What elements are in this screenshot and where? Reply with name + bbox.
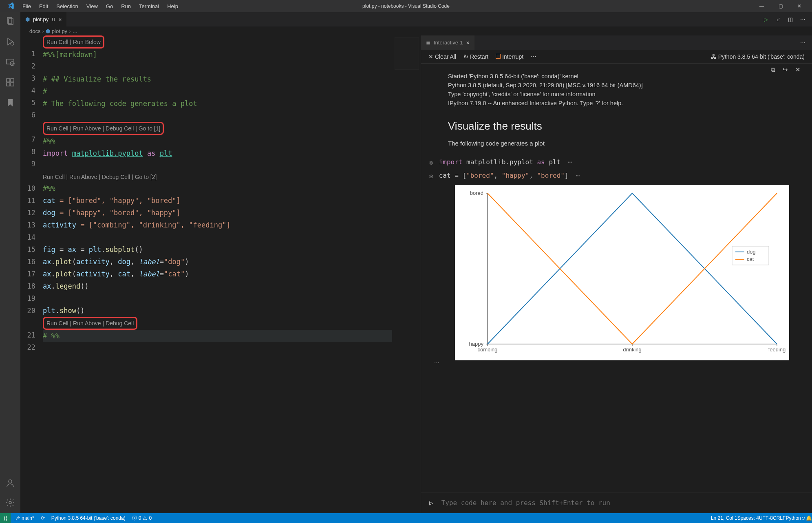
kernel-selector[interactable]: 🖧 Python 3.8.5 64-bit ('base': conda) (711, 53, 805, 60)
code-line: #%% (43, 137, 55, 145)
menu-terminal[interactable]: Terminal (135, 2, 163, 11)
extensions-icon[interactable] (4, 77, 16, 88)
remote-indicator[interactable]: ⟩⟨ (0, 513, 11, 523)
explorer-icon[interactable] (4, 15, 16, 27)
markdown-output: Visualize the results The following code… (448, 120, 800, 147)
notifications-icon[interactable]: 🔔 (806, 515, 812, 521)
line-gutter: 123456 789 1011121314151617181920 2122 (20, 35, 43, 513)
code-line: #%% (43, 184, 55, 192)
tab-close-icon[interactable]: × (466, 40, 470, 46)
tab-plot-py[interactable]: ⬢ plot.py U × (20, 12, 67, 26)
svg-rect-7 (11, 83, 14, 86)
close-button[interactable]: ✕ (790, 0, 809, 12)
minimap[interactable] (395, 37, 419, 70)
tab-interactive[interactable]: ≣ Interactive-1 × (421, 35, 475, 50)
code-line: # %% (43, 330, 392, 342)
svg-point-9 (9, 480, 12, 483)
more-actions-icon[interactable]: ⋯ (800, 40, 805, 46)
codelens-run-cell[interactable]: Run Cell | Run Above | Debug Cell (43, 317, 137, 330)
interrupt-button[interactable]: Interrupt (496, 53, 523, 60)
git-compare-icon[interactable]: ⭹ (775, 16, 781, 22)
svg-text:drinking: drinking (623, 346, 642, 353)
vscode-logo-icon (7, 2, 15, 10)
execute-icon[interactable]: ▷ (429, 499, 433, 507)
bookmark-icon[interactable] (4, 97, 16, 108)
code-line: # ## Visualize the results (43, 75, 151, 83)
menu-edit[interactable]: Edit (35, 2, 52, 11)
menu-selection[interactable]: Selection (53, 2, 82, 11)
more-actions-icon[interactable]: ⋯ (800, 16, 805, 22)
interactive-icon: ≣ (426, 40, 430, 46)
codelens-run-cell[interactable]: Run Cell | Run Above | Debug Cell | Go t… (43, 172, 392, 182)
status-language[interactable]: Python (786, 515, 801, 521)
code-line: ax.legend() (43, 280, 392, 292)
executed-cell[interactable]: ❄ import matplotlib.pyplot as plt⋯ (429, 158, 800, 167)
collapse-icon[interactable]: ❄ (429, 159, 433, 167)
svg-point-10 (9, 501, 11, 504)
breadcrumb[interactable]: docs › ⬢ plot.py › … (20, 26, 812, 35)
main-menu: File Edit Selection View Go Run Terminal… (19, 2, 182, 11)
goto-code-icon[interactable]: ↪ (783, 66, 788, 73)
activity-bar (0, 12, 20, 513)
interactive-input[interactable]: ▷ Type code here and press Shift+Enter t… (421, 492, 812, 513)
title-bar: File Edit Selection View Go Run Terminal… (0, 0, 812, 12)
status-problems[interactable]: ⓧ 0 ⚠ 0 (129, 513, 155, 523)
codelens-run-cell[interactable]: Run Cell | Run Below (43, 35, 104, 49)
tab-close-icon[interactable]: × (58, 16, 62, 23)
svg-text:bored: bored (470, 190, 483, 196)
status-cursor[interactable]: Ln 21, Col 1 (711, 515, 737, 521)
status-interpreter[interactable]: Python 3.8.5 64-bit ('base': conda) (48, 513, 129, 523)
collapse-icon[interactable]: ❄ (429, 172, 433, 180)
svg-text:combing: combing (477, 346, 497, 353)
plot-more-icon[interactable]: ⋯ (434, 360, 439, 366)
svg-rect-1 (9, 19, 13, 24)
code-line: import matplotlib.pyplot as plt (43, 147, 392, 159)
breadcrumb-item[interactable]: docs (29, 28, 40, 34)
codelens-run-cell[interactable]: Run Cell | Run Above | Debug Cell | Go t… (43, 122, 164, 135)
run-debug-icon[interactable] (4, 36, 16, 47)
maximize-button[interactable]: ▢ (771, 0, 790, 12)
more-icon[interactable]: ⋯ (531, 53, 536, 60)
code-lines[interactable]: Run Cell | Run Below #%%[markdown] # ## … (43, 35, 421, 513)
menu-help[interactable]: Help (163, 2, 182, 11)
code-line: # The following code generates a plot (43, 99, 197, 108)
breadcrumb-item[interactable]: plot.py (52, 28, 67, 34)
status-encoding[interactable]: UTF-8 (759, 515, 773, 521)
interactive-pane: ≣ Interactive-1 × ⋯ ✕ Clear All ↻ Restar… (421, 35, 812, 513)
kernel-info: Started 'Python 3.8.5 64-bit ('base': co… (448, 72, 800, 108)
status-eol[interactable]: CRLF (773, 515, 786, 521)
status-spaces[interactable]: Spaces: 4 (737, 515, 759, 521)
python-file-icon: ⬢ (46, 28, 50, 34)
sync-icon[interactable]: ⟳ (38, 513, 48, 523)
menu-file[interactable]: File (19, 2, 35, 11)
code-line: ax.plot(activity, cat, label="cat") (43, 268, 392, 280)
plot-output: ⋯ boredhappycombingdrinkingfeedingdogcat (448, 185, 800, 362)
copy-icon[interactable]: ⧉ (771, 66, 775, 73)
code-line: dog = ["happy", "bored", "happy"] (43, 207, 392, 219)
code-line: fig = ax = plt.subplot() (43, 243, 392, 256)
code-line: #%%[markdown] (43, 51, 97, 59)
python-file-icon: ⬢ (25, 16, 30, 22)
remote-explorer-icon[interactable] (4, 56, 16, 68)
delete-cell-icon[interactable]: ✕ (795, 66, 801, 73)
breadcrumb-item[interactable]: … (72, 28, 77, 34)
menu-run[interactable]: Run (117, 2, 135, 11)
clear-all-button[interactable]: ✕ Clear All (428, 53, 456, 60)
run-icon[interactable]: ▷ (764, 16, 768, 22)
settings-gear-icon[interactable] (4, 497, 16, 508)
menu-go[interactable]: Go (102, 2, 117, 11)
account-icon[interactable] (4, 477, 16, 489)
git-branch[interactable]: ⎇ main* (11, 513, 38, 523)
tab-label: plot.py (33, 16, 49, 22)
status-bar: ⟩⟨ ⎇ main* ⟳ Python 3.8.5 64-bit ('base'… (0, 513, 812, 523)
code-editor[interactable]: 123456 789 1011121314151617181920 2122 R… (20, 35, 421, 513)
code-line: activity = ["combing", "drinking", "feed… (43, 219, 392, 231)
split-editor-icon[interactable]: ◫ (788, 16, 793, 22)
menu-view[interactable]: View (83, 2, 102, 11)
executed-cell[interactable]: ❄ cat = ["bored", "happy", "bored"]⋯ (429, 172, 800, 180)
svg-rect-5 (7, 79, 10, 82)
interactive-toolbar: ✕ Clear All ↻ Restart Interrupt ⋯ 🖧 Pyth… (421, 50, 812, 64)
feedback-icon[interactable]: ☺ (801, 515, 806, 521)
minimize-button[interactable]: — (752, 0, 771, 12)
restart-button[interactable]: ↻ Restart (463, 53, 488, 60)
